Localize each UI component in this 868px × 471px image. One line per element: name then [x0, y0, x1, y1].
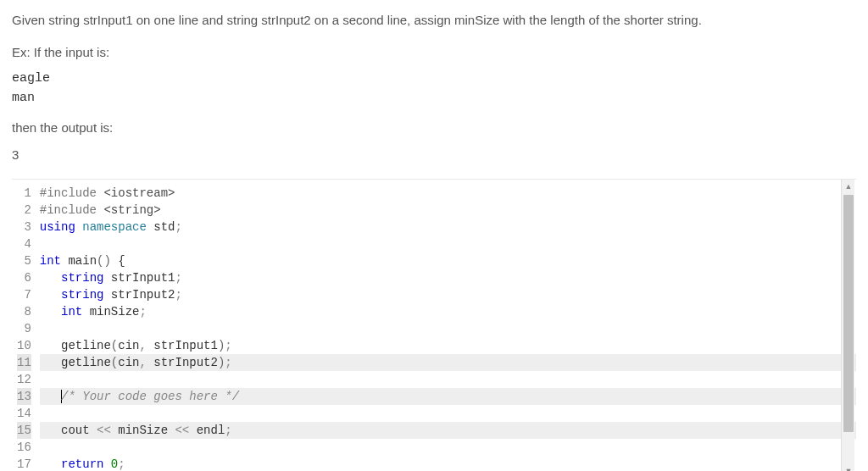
scroll-thumb[interactable]	[843, 195, 854, 432]
line-number: 13	[17, 388, 31, 405]
example-input-line2: man	[12, 89, 856, 108]
line-number: 6	[17, 269, 31, 286]
code-line: getline(cin, strInput2);	[40, 354, 856, 371]
line-number: 10	[17, 337, 31, 354]
line-number: 1	[17, 185, 31, 202]
problem-description: Given string strInput1 on one line and s…	[12, 10, 856, 30]
line-number: 17	[17, 456, 31, 471]
line-number: 11	[17, 354, 31, 371]
line-number: 9	[17, 320, 31, 337]
code-line: int main() {	[40, 252, 856, 269]
line-number: 14	[17, 405, 31, 422]
output-value: 3	[12, 145, 856, 165]
code-line: #include <iostream>	[40, 185, 856, 202]
code-line	[40, 320, 856, 337]
line-number-gutter: 1 2 3 4 5 6 7 8 9 10 11 12 13 14 15 16 1…	[12, 180, 40, 471]
line-number: 7	[17, 286, 31, 303]
scrollbar[interactable]: ▲ ▼	[841, 180, 854, 471]
line-number: 15	[17, 422, 31, 439]
line-number: 2	[17, 202, 31, 219]
code-line: string strInput2;	[40, 286, 856, 303]
line-number: 16	[17, 439, 31, 456]
line-number: 4	[17, 236, 31, 252]
example-input-line1: eagle	[12, 69, 856, 89]
line-number: 5	[17, 252, 31, 269]
output-label: then the output is:	[12, 118, 856, 138]
scroll-up-icon[interactable]: ▲	[842, 180, 855, 193]
example-label: Ex: If the input is:	[12, 42, 856, 63]
code-line-cursor[interactable]: /* Your code goes here */	[40, 388, 856, 405]
line-number: 8	[17, 303, 31, 320]
example-input: eagle man	[12, 69, 856, 108]
line-number: 12	[17, 371, 31, 388]
line-number: 3	[17, 219, 31, 236]
code-line: using namespace std;	[40, 219, 856, 236]
code-line: int minSize;	[40, 303, 856, 320]
code-line	[40, 371, 856, 388]
code-line: getline(cin, strInput1);	[40, 337, 856, 354]
code-editor[interactable]: 1 2 3 4 5 6 7 8 9 10 11 12 13 14 15 16 1…	[12, 179, 856, 471]
code-line	[40, 405, 856, 422]
code-line: #include <string>	[40, 202, 856, 219]
scroll-down-icon[interactable]: ▼	[842, 464, 855, 471]
code-line: return 0;	[40, 456, 856, 471]
code-content[interactable]: #include <iostream> #include <string> us…	[40, 180, 856, 471]
code-line: string strInput1;	[40, 269, 856, 286]
code-line	[40, 236, 856, 252]
code-line	[40, 439, 856, 456]
code-line: cout << minSize << endl;	[40, 422, 856, 439]
